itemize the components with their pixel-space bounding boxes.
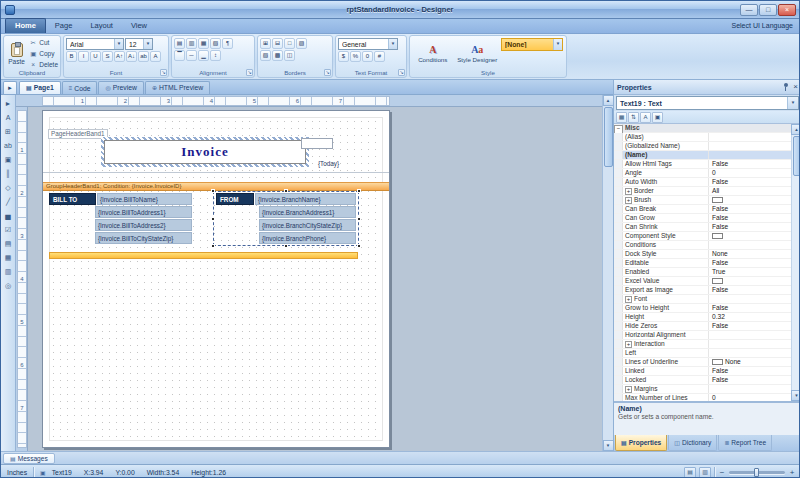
panel-tab[interactable]: ◫ Dictionary [668,435,717,451]
panel-tab[interactable]: ▤ Properties [615,435,667,451]
bill-to-field[interactable]: {Invoice.BillToAddress2} [95,219,192,231]
scroll-up-icon[interactable]: ▲ [791,124,800,135]
clipboard-small-button[interactable]: ▣ Copy [29,49,58,59]
text-format-button[interactable]: # [374,51,385,62]
page-header-band-label[interactable]: PageHeaderBand1 [48,129,108,139]
selected-object-combo[interactable]: Text19 : Text ▼ [616,96,799,110]
design-canvas[interactable]: PageHeaderBand1 Invoice {Today} GroupHea… [28,107,602,451]
group-header-band-bar[interactable]: GroupHeaderBand1; Condition: {Invoice.In… [43,182,389,191]
clipboard-small-button[interactable]: ✂ Cut [29,38,58,48]
property-value[interactable]: 0 [712,169,716,177]
toolbox-tool[interactable]: ⊞ [2,125,15,138]
expand-icon[interactable] [625,341,632,348]
expand-icon[interactable] [625,188,632,195]
selection-rectangle[interactable] [213,191,359,246]
border-button[interactable]: ▨ [296,38,307,49]
font-style-button[interactable]: A [150,51,161,62]
alignment-button[interactable]: ▦ [198,38,209,49]
property-value[interactable]: False [712,223,728,231]
toolbox-tool[interactable]: A [2,111,15,124]
bill-to-field[interactable]: {Invoice.BillToAddress1} [95,206,192,218]
selection-handle[interactable] [357,189,361,193]
style-designer-button[interactable]: Aa Style Designer [457,44,499,63]
ribbon-tab[interactable]: Home [5,18,46,33]
zoom-in-button[interactable]: + [788,468,796,477]
selection-handle[interactable] [211,244,215,248]
select-ui-language[interactable]: Select UI Language [732,19,794,33]
selection-handle[interactable] [284,244,288,248]
property-row[interactable]: Can Shrink False [614,223,791,232]
text-format-button[interactable]: $ [338,51,349,62]
invoice-title-field[interactable]: Invoice [104,140,306,164]
text-format-dialog-launcher[interactable]: ↘ [398,69,405,76]
selection-handle[interactable] [284,189,288,193]
property-row[interactable]: Editable False [614,259,791,268]
document-tab[interactable]: ⊕ HTML Preview [145,81,210,94]
property-row[interactable]: Misc [614,124,791,133]
alignment-button[interactable]: ↕ [210,50,221,61]
property-value[interactable]: 0 [712,394,716,401]
property-row[interactable]: (Name) [614,151,791,160]
property-row[interactable]: Angle 0 [614,169,791,178]
selection-handle[interactable] [211,217,215,221]
property-row[interactable]: Hide Zeros False [614,322,791,331]
toolbox-tool[interactable]: ▥ [2,265,15,278]
toolbox-tool[interactable]: ► [2,97,15,110]
expand-icon[interactable] [625,386,632,393]
property-value[interactable]: 0.32 [712,313,725,321]
units-indicator[interactable]: Inches [1,469,33,476]
empty-field[interactable] [301,138,333,149]
property-row[interactable]: Grow to Height False [614,304,791,313]
font-size-combo[interactable]: 12▼ [125,38,153,50]
border-button[interactable]: ▩ [272,50,283,61]
border-button[interactable]: ◫ [284,50,295,61]
zoom-slider-thumb[interactable] [754,468,759,477]
expand-icon[interactable] [625,296,632,303]
property-value[interactable]: False [712,367,728,375]
alignment-button[interactable]: ▁ [198,50,209,61]
alignment-dialog-launcher[interactable]: ↘ [246,69,253,76]
property-row[interactable]: Enabled True [614,268,791,277]
zoom-out-button[interactable]: − [718,468,726,477]
property-value[interactable]: None [725,358,741,366]
window-button[interactable]: × [778,4,796,16]
pointer-mode-button[interactable]: ► [3,81,17,94]
font-family-combo[interactable]: Arial▼ [66,38,124,50]
font-style-button[interactable]: U [90,51,101,62]
property-value[interactable]: False [712,376,728,384]
property-value[interactable]: All [712,187,719,195]
selection-handle[interactable] [357,217,361,221]
scroll-down-icon[interactable]: ▼ [791,390,800,401]
selection-handle[interactable] [211,189,215,193]
document-tab[interactable]: ▤ Page1 [19,81,61,94]
property-row[interactable]: Export as Image False [614,286,791,295]
font-style-button[interactable]: I [78,51,89,62]
font-style-button[interactable]: ab [138,51,149,62]
property-row[interactable]: Lines of Underline None [614,358,791,367]
borders-dialog-launcher[interactable]: ↘ [324,69,331,76]
property-row[interactable]: Conditions [614,241,791,250]
property-row[interactable]: Component Style [614,232,791,241]
bill-to-name-field[interactable]: {Invoice.BillToName} [97,193,192,205]
ribbon-tab[interactable]: Page [46,19,82,33]
toolbox-tool[interactable]: ▣ [2,153,15,166]
alignment-button[interactable]: ─ [186,50,197,61]
border-button[interactable]: ⊟ [272,38,283,49]
ribbon-tab[interactable]: View [122,19,156,33]
expand-icon[interactable] [625,197,632,204]
scrollbar-thumb[interactable] [604,107,613,167]
property-value[interactable]: None [712,250,728,258]
property-value[interactable]: False [712,286,728,294]
property-value[interactable]: False [712,205,728,213]
text-format-button[interactable]: % [350,51,361,62]
property-grid-toolbar-button[interactable]: ▦ [616,112,627,123]
property-row[interactable]: (Alias) [614,133,791,142]
property-grid-toolbar-button[interactable]: A [640,112,651,123]
page-width-view-button[interactable]: ▥ [699,467,711,478]
scroll-down-icon[interactable]: ▼ [603,440,614,451]
property-value[interactable]: True [712,268,725,276]
property-row[interactable]: Border All [614,187,791,196]
alignment-button[interactable]: ▔ [174,50,185,61]
scrollbar-thumb[interactable] [793,136,800,176]
vertical-scrollbar[interactable]: ▲ ▼ [602,95,613,451]
